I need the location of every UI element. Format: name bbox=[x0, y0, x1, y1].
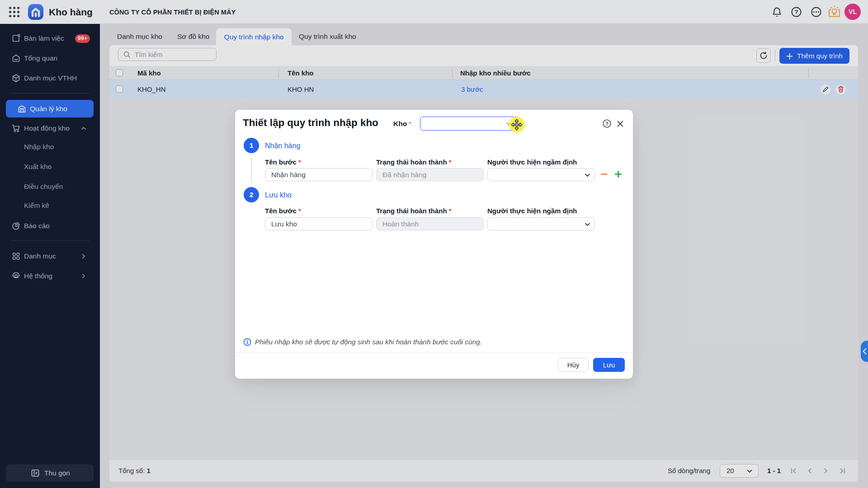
svg-text:?: ? bbox=[605, 121, 609, 127]
